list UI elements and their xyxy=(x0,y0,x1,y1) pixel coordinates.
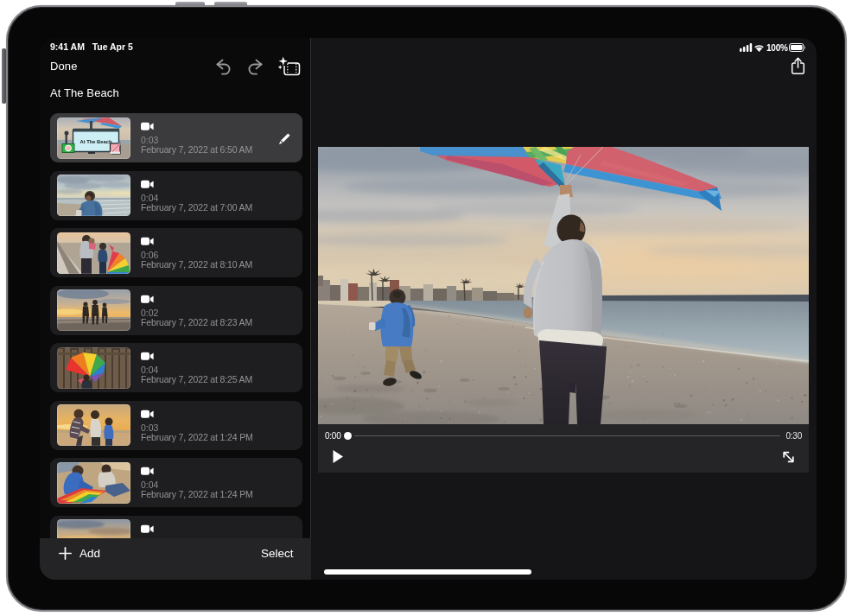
svg-text:At The Beach: At The Beach xyxy=(79,138,112,143)
